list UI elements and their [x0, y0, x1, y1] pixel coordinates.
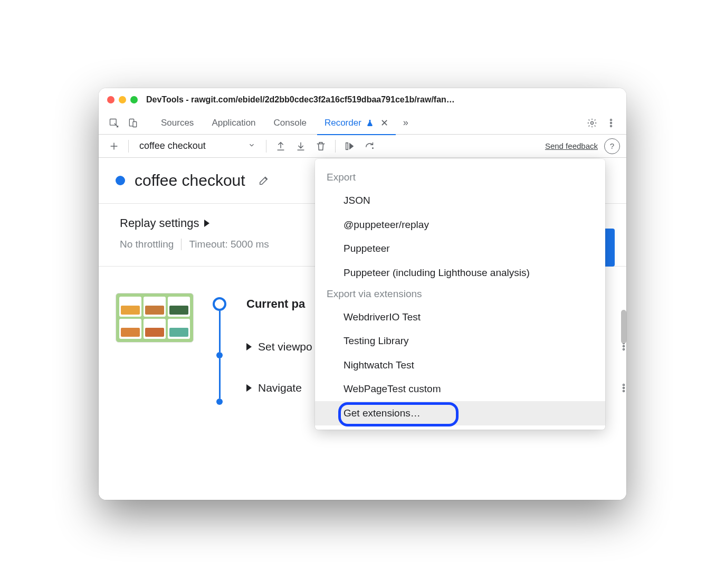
- export-json[interactable]: JSON: [315, 188, 605, 213]
- tab-label: Application: [212, 118, 255, 128]
- edit-title-button[interactable]: [255, 172, 273, 189]
- devtools-tabstrip: Sources Application Console Recorder ✕ »: [99, 111, 626, 135]
- chevron-right-icon: [204, 220, 209, 227]
- recording-selector[interactable]: coffee checkout: [134, 140, 261, 151]
- svg-point-14: [623, 390, 625, 392]
- divider: [266, 140, 266, 153]
- export-webdriverio[interactable]: WebdriverIO Test: [315, 305, 605, 329]
- export-get-extensions[interactable]: Get extensions…: [315, 401, 605, 425]
- step-label: Navigate: [258, 382, 302, 394]
- tab-label: Console: [274, 118, 307, 128]
- recording-selector-label: coffee checkout: [139, 140, 206, 151]
- timeout-value: Timeout: 5000 ms: [189, 239, 269, 250]
- close-tab-icon[interactable]: ✕: [380, 117, 388, 129]
- svg-point-12: [623, 384, 625, 386]
- status-dot-icon: [116, 176, 125, 185]
- svg-point-4: [610, 119, 612, 120]
- expand-step-icon: [246, 343, 252, 350]
- expand-step-icon: [246, 384, 252, 392]
- tab-label: Recorder: [325, 118, 361, 128]
- tab-recorder[interactable]: Recorder ✕: [317, 111, 396, 135]
- export-via-extensions-label: Export via extensions: [315, 285, 605, 305]
- experiment-flask-icon: [366, 119, 374, 127]
- import-button[interactable]: [292, 137, 310, 155]
- svg-point-8: [372, 147, 374, 149]
- export-section-label: Export: [315, 168, 605, 188]
- replay-button[interactable]: [341, 137, 359, 155]
- recording-title: coffee checkout: [135, 172, 245, 189]
- svg-point-5: [610, 122, 612, 124]
- export-button[interactable]: [272, 137, 290, 155]
- export-testing-library[interactable]: Testing Library: [315, 329, 605, 353]
- svg-point-11: [623, 348, 625, 350]
- divider: [181, 239, 182, 250]
- export-puppeteer-lighthouse[interactable]: Puppeteer (including Lighthouse analysis…: [315, 261, 605, 285]
- new-recording-button[interactable]: [105, 137, 123, 155]
- timeline-node-icon: [216, 399, 223, 405]
- device-toggle-icon[interactable]: [125, 115, 141, 131]
- window-controls: [107, 96, 138, 103]
- step-menu-icon[interactable]: [616, 380, 626, 396]
- devtools-window: DevTools - rawgit.com/ebidel/2d2bb0cdec3…: [99, 88, 626, 500]
- export-webpagetest[interactable]: WebPageTest custom: [315, 377, 605, 401]
- help-icon[interactable]: ?: [604, 138, 620, 154]
- tab-console[interactable]: Console: [266, 111, 314, 135]
- export-nightwatch[interactable]: Nightwatch Test: [315, 353, 605, 377]
- export-puppeteer[interactable]: Puppeteer: [315, 236, 605, 261]
- step-label: Set viewpo: [258, 340, 312, 353]
- more-tabs-icon[interactable]: »: [399, 117, 413, 128]
- inspect-element-icon[interactable]: [106, 115, 122, 131]
- titlebar: DevTools - rawgit.com/ebidel/2d2bb0cdec3…: [99, 88, 626, 111]
- svg-rect-7: [346, 143, 348, 149]
- send-feedback-link[interactable]: Send feedback: [545, 141, 598, 150]
- divider: [128, 140, 129, 153]
- settings-gear-icon[interactable]: [584, 115, 600, 131]
- timeline-start-icon: [213, 297, 226, 311]
- timeline-track: [213, 297, 226, 444]
- export-puppeteer-replay[interactable]: @puppeteer/replay: [315, 213, 605, 237]
- svg-rect-2: [133, 121, 137, 127]
- svg-point-10: [623, 346, 625, 347]
- tab-sources[interactable]: Sources: [154, 111, 201, 135]
- minimize-window-button[interactable]: [119, 96, 126, 103]
- zoom-window-button[interactable]: [130, 96, 138, 103]
- close-window-button[interactable]: [107, 96, 115, 103]
- svg-point-13: [623, 387, 625, 389]
- tab-label: Sources: [161, 118, 194, 128]
- svg-point-6: [610, 125, 612, 127]
- svg-point-3: [591, 121, 594, 124]
- divider: [335, 140, 336, 153]
- replay-settings-label: Replay settings: [120, 216, 199, 230]
- step-over-button[interactable]: [361, 137, 379, 155]
- page-thumbnail: [116, 293, 194, 343]
- throttling-value: No throttling: [120, 239, 174, 250]
- delete-button[interactable]: [312, 137, 330, 155]
- recorder-toolbar: coffee checkout Send feedback ?: [99, 135, 626, 158]
- tab-application[interactable]: Application: [204, 111, 263, 135]
- menu-kebab-icon[interactable]: [603, 115, 619, 131]
- export-menu: Export JSON @puppeteer/replay Puppeteer …: [315, 159, 605, 430]
- window-title: DevTools - rawgit.com/ebidel/2d2bb0cdec3…: [146, 95, 618, 105]
- scrollbar-thumb[interactable]: [621, 310, 626, 344]
- timeline-node-icon: [216, 352, 223, 358]
- chevron-down-icon: [248, 140, 255, 151]
